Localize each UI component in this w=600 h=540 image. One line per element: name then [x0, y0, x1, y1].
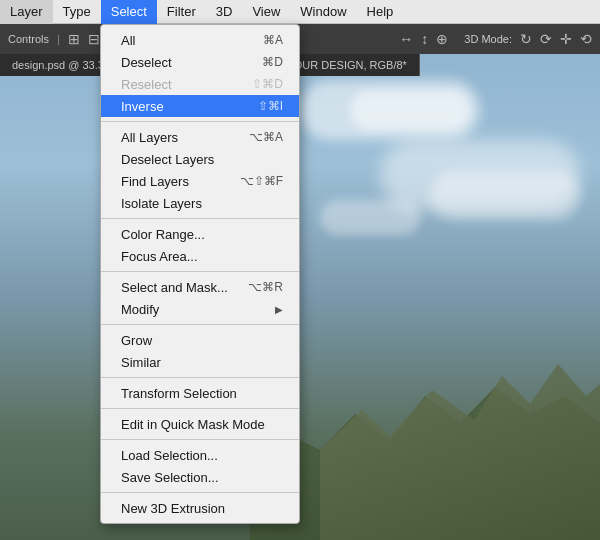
- toolbar-icon-1[interactable]: ⊞: [68, 31, 80, 47]
- toolbar-3d-icon-2[interactable]: ⟳: [540, 31, 552, 47]
- menu-item-label: All Layers: [121, 130, 241, 145]
- toolbar-icon-5[interactable]: ⊕: [436, 31, 448, 47]
- toolbar-3d-icon-4[interactable]: ⟲: [580, 31, 592, 47]
- menu-separator-22: [101, 439, 299, 440]
- menu-item-shortcut: ⌥⇧⌘F: [240, 174, 283, 188]
- menu-item-label: Focus Area...: [121, 249, 283, 264]
- menu-separator-15: [101, 324, 299, 325]
- mode-label: 3D Mode:: [464, 33, 512, 45]
- toolbar: Controls | ⊞ ⊟ ↔ ↕ ⊕ 3D Mode: ↻ ⟳ ✛ ⟲: [0, 24, 600, 54]
- menu-item-shortcut: ⌘D: [262, 55, 283, 69]
- menu-item-transform-selection[interactable]: Transform Selection: [101, 382, 299, 404]
- menu-item-similar[interactable]: Similar: [101, 351, 299, 373]
- menu-item-label: Load Selection...: [121, 448, 283, 463]
- menu-item-label: Deselect: [121, 55, 254, 70]
- toolbar-icon-3[interactable]: ↔: [399, 31, 413, 47]
- menu-item-label: Similar: [121, 355, 283, 370]
- menu-help[interactable]: Help: [357, 0, 404, 24]
- menu-item-label: New 3D Extrusion: [121, 501, 283, 516]
- menu-item-label: Find Layers: [121, 174, 232, 189]
- menu-item-shortcut: ⌥⌘R: [248, 280, 283, 294]
- file-tab-left: design.psd @ 33.3%: [12, 59, 114, 71]
- menu-window[interactable]: Window: [290, 0, 356, 24]
- menu-item-label: Transform Selection: [121, 386, 283, 401]
- toolbar-separator: |: [57, 33, 60, 45]
- menu-item-label: All: [121, 33, 255, 48]
- menu-select[interactable]: Select: [101, 0, 157, 24]
- toolbar-icon-2[interactable]: ⊟: [88, 31, 100, 47]
- menu-item-shortcut: ⇧⌘I: [258, 99, 283, 113]
- menu-item-grow[interactable]: Grow: [101, 329, 299, 351]
- menu-item-load-selection-[interactable]: Load Selection...: [101, 444, 299, 466]
- toolbar-3d-icon-3[interactable]: ✛: [560, 31, 572, 47]
- menu-separator-12: [101, 271, 299, 272]
- menu-bar: Layer Type Select Filter 3D View Window …: [0, 0, 600, 24]
- menu-item-select-and-mask-[interactable]: Select and Mask...⌥⌘R: [101, 276, 299, 298]
- menu-item-label: Deselect Layers: [121, 152, 283, 167]
- menu-item-label: Edit in Quick Mask Mode: [121, 417, 283, 432]
- menu-separator-9: [101, 218, 299, 219]
- menu-item-modify[interactable]: Modify▶: [101, 298, 299, 320]
- menu-item-label: Modify: [121, 302, 275, 317]
- menu-item-label: Reselect: [121, 77, 244, 92]
- toolbar-3d-icon-1[interactable]: ↻: [520, 31, 532, 47]
- menu-item-all[interactable]: All⌘A: [101, 29, 299, 51]
- menu-item-shortcut: ⌘A: [263, 33, 283, 47]
- menu-item-deselect[interactable]: Deselect⌘D: [101, 51, 299, 73]
- menu-separator-4: [101, 121, 299, 122]
- menu-item-shortcut: ⇧⌘D: [252, 77, 283, 91]
- menu-item-reselect: Reselect⇧⌘D: [101, 73, 299, 95]
- menu-item-edit-in-quick-mask-mode[interactable]: Edit in Quick Mask Mode: [101, 413, 299, 435]
- menu-item-deselect-layers[interactable]: Deselect Layers: [101, 148, 299, 170]
- submenu-arrow-icon: ▶: [275, 304, 283, 315]
- menu-item-inverse[interactable]: Inverse⇧⌘I: [101, 95, 299, 117]
- menu-item-label: Grow: [121, 333, 283, 348]
- menu-filter[interactable]: Filter: [157, 0, 206, 24]
- controls-label: Controls: [8, 33, 49, 45]
- menu-item-save-selection-[interactable]: Save Selection...: [101, 466, 299, 488]
- menu-separator-18: [101, 377, 299, 378]
- menu-separator-25: [101, 492, 299, 493]
- menu-layer[interactable]: Layer: [0, 0, 53, 24]
- menu-item-label: Save Selection...: [121, 470, 283, 485]
- menu-item-all-layers[interactable]: All Layers⌥⌘A: [101, 126, 299, 148]
- toolbar-icon-4[interactable]: ↕: [421, 31, 428, 47]
- menu-item-shortcut: ⌥⌘A: [249, 130, 283, 144]
- menu-item-focus-area-[interactable]: Focus Area...: [101, 245, 299, 267]
- background-canvas: [0, 0, 600, 540]
- menu-item-find-layers[interactable]: Find Layers⌥⇧⌘F: [101, 170, 299, 192]
- menu-item-label: Isolate Layers: [121, 196, 283, 211]
- menu-item-isolate-layers[interactable]: Isolate Layers: [101, 192, 299, 214]
- menu-item-new-3d-extrusion[interactable]: New 3D Extrusion: [101, 497, 299, 519]
- menu-3d[interactable]: 3D: [206, 0, 243, 24]
- select-menu-dropdown: All⌘ADeselect⌘DReselect⇧⌘DInverse⇧⌘IAll …: [100, 24, 300, 524]
- menu-item-label: Inverse: [121, 99, 250, 114]
- menu-item-color-range-[interactable]: Color Range...: [101, 223, 299, 245]
- menu-type[interactable]: Type: [53, 0, 101, 24]
- menu-separator-20: [101, 408, 299, 409]
- menu-item-label: Color Range...: [121, 227, 283, 242]
- menu-item-label: Select and Mask...: [121, 280, 240, 295]
- menu-view[interactable]: View: [242, 0, 290, 24]
